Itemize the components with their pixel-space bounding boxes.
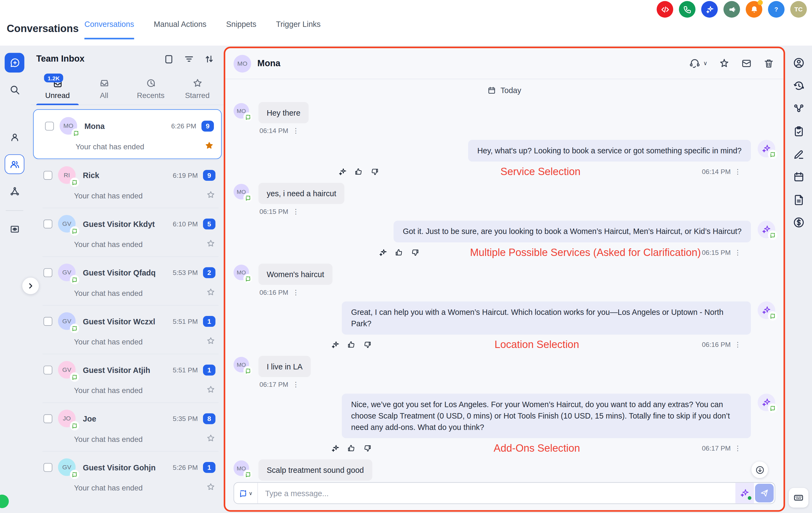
code-icon[interactable] [657,1,673,18]
message-bubble: Nice, we’ve got you set for Los Angeles.… [342,394,751,438]
tab-conversations[interactable]: Conversations [84,20,134,39]
thumbs-up-icon[interactable] [354,167,363,176]
delete-icon[interactable] [763,58,774,69]
conversation-list-item[interactable]: JO Joe 5:35 PM 8 Your chat has ended [32,402,223,451]
star-toggle[interactable] [206,287,215,299]
star-toggle[interactable] [206,190,215,201]
team-inbox-panel: Team Inbox 1.2K Unread All Recents [31,46,224,513]
mark-as-read-icon[interactable] [741,58,752,69]
documents-icon[interactable] [792,194,804,206]
quick-actions-icon[interactable] [719,58,730,69]
thumbs-down-icon[interactable] [411,248,419,257]
star-toggle[interactable] [206,433,215,445]
conversation-checkbox[interactable] [44,365,52,374]
tasks-icon[interactable] [792,125,804,137]
collapse-panel-button[interactable] [22,278,39,294]
payments-icon[interactable] [792,217,804,229]
conversation-checkbox[interactable] [44,171,52,179]
user-avatar[interactable]: TC [790,1,807,18]
thumbs-down-icon[interactable] [363,340,372,349]
search-icon[interactable] [5,80,24,99]
ai-sparkle-icon[interactable] [701,1,718,18]
rail-divider [6,210,23,211]
conversation-list-item[interactable]: GV Guest Visitor Qfadq 5:53 PM 2 Your ch… [32,256,223,305]
conversation-list-item[interactable]: GV Guest Visitor Wczxl 5:51 PM 1 Your ch… [32,305,223,354]
notifications-bell-icon[interactable] [746,1,762,18]
chevron-down-icon[interactable]: ∨ [703,60,707,67]
inbox-tab-all[interactable]: All [81,73,127,105]
keyboard-shortcuts-icon[interactable] [789,488,809,508]
notes-icon[interactable] [792,148,804,160]
message-menu-icon[interactable]: ⋮ [292,208,299,216]
ai-generated-icon [331,444,340,453]
contact-profile-icon[interactable] [792,57,804,69]
tab-trigger-links[interactable]: Trigger Links [276,20,320,39]
conversation-list-item[interactable]: GV Guest Visitor Kkdyt 6:10 PM 5 Your ch… [32,208,223,256]
contacts-icon[interactable] [5,127,24,147]
tab-manual-actions[interactable]: Manual Actions [154,20,206,39]
star-toggle[interactable] [206,385,215,396]
calendar-icon[interactable] [792,171,804,183]
sort-icon[interactable] [204,54,214,64]
unread-count: 9 [203,170,215,180]
star-toggle[interactable] [206,336,215,347]
conversation-list-item[interactable]: RI Rick 6:19 PM 9 Your chat has ended [32,159,223,208]
new-conversation-icon[interactable] [5,53,24,73]
star-toggle[interactable] [206,482,215,494]
message-input[interactable] [258,483,735,503]
message-menu-icon[interactable]: ⋮ [292,288,299,296]
ai-assist-button[interactable] [735,483,754,503]
conversation-checkbox[interactable] [44,463,52,472]
thumbs-up-icon[interactable] [347,340,355,349]
phone-icon[interactable] [679,1,696,18]
contact-avatar: MO [234,103,249,119]
star-toggle[interactable] [206,239,215,250]
chevron-down-icon: ∨ [249,490,253,496]
conversation-list-item[interactable]: GV Guest Visitor Gohjn 5:26 PM 1 Your ch… [32,451,223,500]
star-toggle[interactable] [205,141,214,152]
inbox-tab-unread[interactable]: 1.2K Unread [34,73,81,105]
thumbs-up-icon[interactable] [347,444,355,453]
conversation-list-item[interactable]: GV Guest Visitor Atjih 5:51 PM 1 Your ch… [32,354,223,402]
inbox-tab-recents[interactable]: Recents [127,73,174,105]
page-title: Conversations [7,23,79,35]
routing-icon[interactable] [792,103,804,115]
assign-agent-icon[interactable] [689,58,700,69]
channel-selector[interactable]: ∨ [234,483,258,503]
message-menu-icon[interactable]: ⋮ [734,341,741,349]
conversation-checkbox[interactable] [44,317,52,325]
team-inbox-icon[interactable] [5,154,24,174]
message-scroll-area[interactable]: Today MO Hey there 06:14 PM⋮ Hey, what's… [225,80,783,510]
thumbs-down-icon[interactable] [363,444,372,453]
conversation-checkbox[interactable] [44,414,52,423]
scroll-to-bottom-button[interactable] [752,461,768,478]
message-menu-icon[interactable]: ⋮ [292,127,299,135]
send-button[interactable] [755,484,774,503]
message-menu-icon[interactable]: ⋮ [734,249,741,256]
flow-annotation: Add-Ons Selection [372,443,702,454]
select-all-icon[interactable] [164,54,174,64]
message-incoming: MO yes, i need a haircut 06:15 PM⋮ [234,183,775,216]
flow-annotation: Location Selection [372,339,702,351]
recents-icon [145,78,156,88]
message-menu-icon[interactable]: ⋮ [292,381,299,389]
integrations-icon[interactable] [5,181,24,201]
message-menu-icon[interactable]: ⋮ [734,168,741,176]
thumbs-up-icon[interactable] [395,248,403,257]
livechat-channel-icon [243,193,252,202]
livechat-channel-icon [768,403,777,412]
filter-icon[interactable] [184,54,194,64]
inbox-tab-starred[interactable]: Starred [174,73,221,105]
history-icon[interactable] [792,80,804,92]
conversation-checkbox[interactable] [44,219,52,228]
conversation-checkbox[interactable] [44,268,52,277]
help-icon[interactable]: ? [768,1,785,18]
conversation-list-item[interactable]: MO Mona 6:26 PM 9 Your chat has ended [33,109,222,159]
unread-count: 1 [203,462,215,473]
message-menu-icon[interactable]: ⋮ [734,444,741,452]
thumbs-down-icon[interactable] [370,167,379,176]
tab-snippets[interactable]: Snippets [226,20,256,39]
megaphone-icon[interactable] [724,1,740,18]
conversation-checkbox[interactable] [45,121,54,130]
monitor-icon[interactable] [5,219,24,239]
